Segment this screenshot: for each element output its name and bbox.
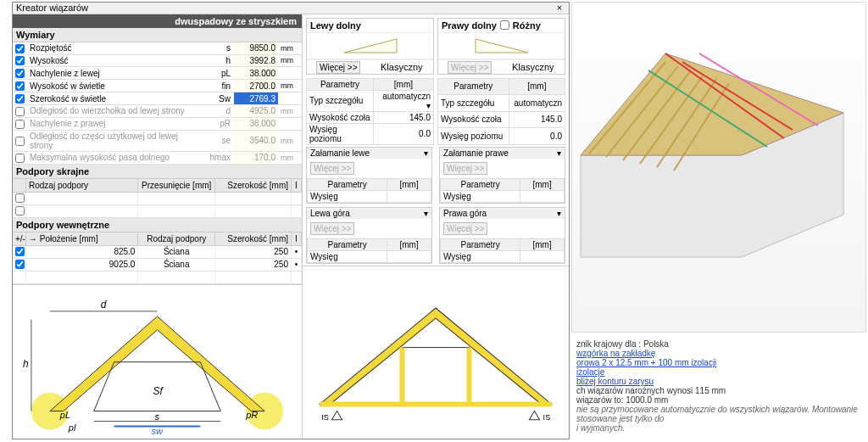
param-row[interactable]: Nachylenie z prawej pR 38.000 (13, 117, 302, 130)
int-support-checkbox[interactable] (15, 260, 25, 269)
param-value[interactable]: 38.000 (234, 117, 278, 130)
param-symbol: s (205, 42, 234, 54)
section-wymiary: Wymiary (13, 28, 302, 42)
left-more-button[interactable]: Więcej >> (316, 61, 360, 74)
param-row[interactable]: Wysokość h 3992.8 mm (13, 54, 302, 67)
left-heel-box: Lewy dolny Więcej >> Klasyczny (306, 18, 434, 75)
param-unit (278, 67, 302, 80)
ext-support-checkbox[interactable] (15, 193, 25, 203)
param-row[interactable]: Odległość do wierzchołka od lewej strony… (13, 104, 302, 117)
param-label: Szerokość w świetle (27, 92, 205, 105)
param-row[interactable]: Szerokość w świetle Sw 2769.3 (13, 92, 302, 105)
right-heel-title: Prawy dolny (442, 20, 497, 31)
param-value[interactable]: 170.0 (234, 151, 278, 164)
param-value[interactable]: 3540.0 (234, 130, 278, 151)
param-row[interactable]: Rozpiętość s 9850.0 mm (13, 42, 302, 54)
dialog-title: Kreator wiązarów (16, 3, 88, 13)
svg-marker-29 (476, 39, 528, 53)
int-support-row-empty[interactable] (13, 271, 302, 284)
chevron-down-icon[interactable]: ▾ (424, 148, 428, 158)
svg-text:pl: pl (68, 422, 76, 433)
zal-r-more-button: Więcej >> (443, 162, 487, 175)
lg-more-button: Więcej >> (310, 222, 354, 235)
svg-rect-31 (402, 347, 469, 404)
param-checkbox[interactable] (15, 44, 25, 53)
param-label: Odległość do części użytkowej od lewej s… (27, 130, 205, 151)
param-value[interactable]: 4925.0 (234, 104, 278, 117)
info-link-2[interactable]: orowa 2 x 12.5 mm + 100 mm izolacji (576, 358, 716, 367)
ext-support-checkbox[interactable] (15, 206, 25, 215)
param-symbol: hmax (205, 151, 234, 164)
svg-marker-35 (331, 411, 342, 419)
ext-support-row[interactable] (13, 205, 302, 218)
right-heel-box: Prawy dolny Różny Więcej >> Klasyczny (437, 18, 565, 75)
param-checkbox[interactable] (15, 137, 25, 146)
close-icon[interactable]: × (554, 3, 565, 13)
zal-l-more-button: Więcej >> (310, 162, 354, 175)
right-more-button: Więcej >> (448, 61, 492, 74)
svg-marker-28 (344, 39, 397, 53)
param-checkbox[interactable] (15, 81, 25, 91)
param-unit (278, 92, 302, 105)
param-unit: mm (278, 54, 302, 67)
info-panel: znik krajowy dla : Polska wzgórka na zak… (576, 339, 865, 433)
param-label: Rozpiętość (27, 42, 205, 54)
chevron-down-icon[interactable]: ▾ (557, 209, 561, 218)
group-zalamanie-lewe: Załamanie lewe▾ Więcej >> Parametry[mm]W… (306, 147, 432, 204)
param-value[interactable]: 2700.0 (234, 80, 278, 92)
param-label: Wysokość (27, 54, 205, 67)
param-row[interactable]: Odległość do części użytkowej od lewej s… (13, 130, 302, 151)
rozny-checkbox[interactable] (500, 20, 509, 30)
param-checkbox[interactable] (15, 107, 25, 116)
svg-text:IS: IS (321, 412, 329, 421)
ext-support-header: Rodzaj podpory Przesunięcie [mm] Szeroko… (13, 179, 302, 193)
right-heel-preview (438, 32, 565, 59)
param-unit: mm (278, 130, 302, 151)
group-prawa-gora: Prawa góra▾ Więcej >> Parametry[mm]Wysię… (439, 207, 565, 264)
int-support-checkbox[interactable] (15, 247, 25, 256)
svg-text:sw: sw (152, 426, 164, 436)
param-label: Nachylenie z lewej (27, 67, 205, 80)
param-checkbox[interactable] (15, 154, 25, 163)
info-link-1[interactable]: wzgórka na zakładkę (576, 349, 655, 358)
info-link-4[interactable]: bliżej konturu zarysu (576, 377, 654, 386)
left-heel-type[interactable]: Klasyczny (370, 59, 434, 74)
svg-text:d: d (101, 298, 107, 310)
truss-dimension-diagram: d h pL pR Sf sw pl s (13, 284, 302, 439)
param-checkbox[interactable] (15, 69, 25, 78)
int-support-row[interactable]: 9025.0 Ściana 250 • (13, 259, 302, 271)
param-row[interactable]: Wysokość w świetle fin 2700.0 mm (13, 80, 302, 92)
param-symbol: h (205, 54, 234, 67)
param-unit (278, 117, 302, 130)
param-symbol: pL (205, 67, 234, 80)
param-checkbox[interactable] (15, 120, 25, 129)
param-symbol: se (205, 130, 234, 151)
3d-roof-preview (571, 2, 866, 333)
param-label: Wysokość w świetle (27, 80, 205, 92)
param-unit: mm (278, 42, 302, 54)
pg-more-button: Więcej >> (443, 222, 487, 235)
param-value[interactable]: 2769.3 (234, 92, 278, 105)
param-checkbox[interactable] (15, 56, 25, 65)
chevron-down-icon[interactable]: ▾ (557, 148, 561, 158)
chevron-down-icon[interactable]: ▾ (424, 209, 428, 218)
param-row[interactable]: Maksymalna wysokość pasa dolnego hmax 17… (13, 151, 302, 164)
param-symbol: d (205, 104, 234, 117)
section-int-supports: Podpory wewnętrzne (13, 218, 302, 232)
param-value[interactable]: 38.000 (234, 67, 278, 80)
info-link-3[interactable]: izolacje (576, 367, 604, 377)
ext-support-row[interactable] (13, 193, 302, 205)
svg-text:pR: pR (245, 409, 258, 419)
left-heel-title: Lewy dolny (310, 20, 361, 31)
int-support-row[interactable]: 825.0 Ściana 250 • (13, 246, 302, 259)
svg-marker-14 (50, 316, 264, 411)
param-row[interactable]: Nachylenie z lewej pL 38.000 (13, 67, 302, 80)
svg-text:Sf: Sf (153, 384, 164, 396)
param-label: Odległość do wierzchołka od lewej strony (27, 104, 205, 117)
param-value[interactable]: 3992.8 (234, 54, 278, 67)
int-support-header: +/- → Położenie [mm] Rodzaj podpory Szer… (13, 232, 302, 246)
param-checkbox[interactable] (15, 94, 25, 104)
section-ext-supports: Podpory skrajne (13, 165, 302, 179)
param-value[interactable]: 9850.0 (234, 42, 278, 54)
group-lewa-gora: Lewa góra▾ Więcej >> Parametry[mm]Wysięg (306, 207, 432, 264)
